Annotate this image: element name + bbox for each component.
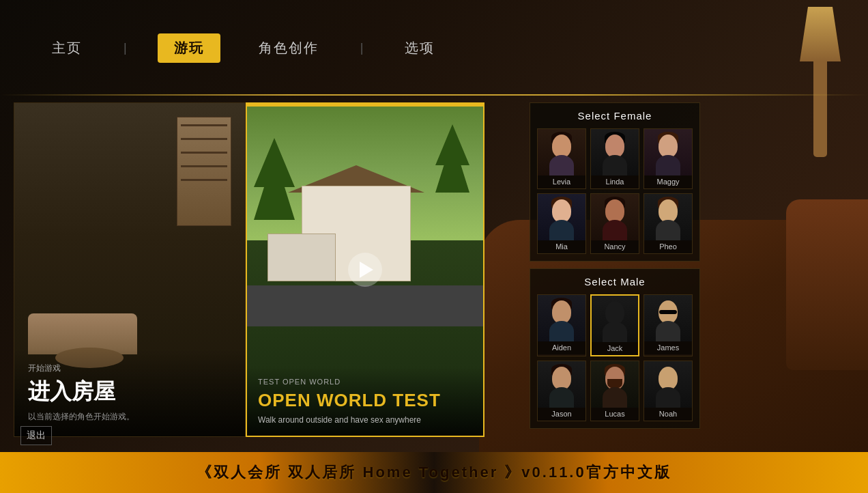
char-portrait-lucas: [591, 361, 639, 408]
body-maggy: [656, 155, 680, 175]
right-panel: Select Female Levia: [530, 102, 700, 445]
head-maggy: [659, 135, 678, 158]
ow-title: OPEN WORLD TEST: [258, 390, 472, 411]
logout-area: 退出: [20, 426, 52, 445]
char-portrait-noah: [644, 361, 692, 408]
char-name-jack: Jack: [592, 342, 638, 355]
nav-options[interactable]: 选项: [394, 33, 446, 63]
ow-road: [247, 285, 483, 326]
head-noah: [659, 367, 678, 390]
face-maggy: [659, 135, 678, 158]
body-pheo: [656, 220, 680, 240]
char-card-maggy[interactable]: Maggy: [643, 128, 693, 189]
male-select-section: Select Male Aiden: [530, 268, 700, 429]
face-james: [659, 300, 678, 324]
char-name-linda: Linda: [591, 175, 639, 188]
char-portrait-james: [644, 295, 692, 341]
body-aiden: [549, 321, 574, 341]
head-jason: [552, 367, 571, 390]
bottom-bar: 《双人会所 双人居所 Home Together 》v0.11.0官方中文版: [0, 452, 868, 493]
char-portrait-nancy: [591, 194, 639, 240]
char-portrait-pheo: [644, 194, 692, 240]
card-house[interactable]: 开始游戏 进入房屋 以当前选择的角色开始游戏。: [14, 102, 246, 437]
house-desc: 以当前选择的角色开始游戏。: [28, 411, 231, 423]
char-card-jason[interactable]: Jason: [537, 361, 586, 421]
char-card-aiden[interactable]: Aiden: [537, 294, 586, 356]
house-subtitle: 开始游戏: [28, 363, 231, 374]
char-portrait-jason: [538, 361, 585, 408]
male-select-title: Select Male: [537, 276, 693, 287]
char-card-lucas[interactable]: Lucas: [590, 361, 639, 421]
face-lucas: [605, 367, 624, 390]
char-name-nancy: Nancy: [591, 240, 639, 253]
ow-tag: TEST OPEN WORLD: [258, 378, 472, 386]
char-name-aiden: Aiden: [538, 341, 585, 354]
face-pheo: [659, 199, 678, 223]
nav-play[interactable]: 游玩: [158, 33, 220, 63]
female-select-title: Select Female: [537, 110, 693, 122]
body-nancy: [603, 220, 627, 240]
head-linda: [605, 135, 624, 158]
nav-divider-1: |: [124, 41, 127, 55]
play-icon: [360, 262, 373, 278]
char-name-pheo: Pheo: [644, 240, 692, 253]
char-name-mia: Mia: [538, 240, 585, 253]
char-card-levia[interactable]: Levia: [537, 128, 586, 189]
play-button[interactable]: [348, 253, 382, 287]
nav-divider-2: |: [360, 41, 364, 55]
char-card-jack[interactable]: Jack: [590, 294, 639, 356]
char-name-jason: Jason: [538, 408, 585, 421]
body-jack: [603, 322, 627, 342]
body-noah: [656, 387, 680, 408]
face-nancy: [605, 199, 624, 223]
body-mia: [549, 220, 574, 240]
nav-character[interactable]: 角色创作: [248, 33, 330, 63]
char-card-james[interactable]: James: [643, 294, 693, 356]
ow-desc: Walk around outside and have sex anywher…: [258, 415, 472, 425]
head-nancy: [605, 199, 624, 223]
char-portrait-linda: [591, 129, 639, 175]
left-panel: 开始游戏 进入房屋 以当前选择的角色开始游戏。 TEST OPEN WORLD …: [14, 102, 519, 445]
char-name-lucas: Lucas: [591, 408, 639, 421]
char-portrait-levia: [538, 129, 585, 175]
mask-jack: [605, 301, 624, 324]
head-mia: [552, 199, 571, 223]
face-noah: [659, 367, 678, 390]
face-aiden: [552, 300, 571, 324]
face-linda: [605, 135, 624, 158]
main-content: 开始游戏 进入房屋 以当前选择的角色开始游戏。 TEST OPEN WORLD …: [0, 96, 868, 452]
char-card-noah[interactable]: Noah: [643, 361, 693, 421]
char-card-nancy[interactable]: Nancy: [590, 193, 639, 254]
body-levia: [549, 155, 574, 175]
char-name-james: James: [644, 341, 692, 354]
footer-title: 《双人会所 双人居所 Home Together 》v0.11.0官方中文版: [197, 462, 671, 483]
char-name-maggy: Maggy: [644, 175, 692, 188]
head-levia: [552, 135, 571, 158]
char-portrait-mia: [538, 194, 585, 240]
char-portrait-aiden: [538, 295, 585, 341]
house-text-overlay: 开始游戏 进入房屋 以当前选择的角色开始游戏。: [14, 349, 245, 436]
ow-text-overlay: TEST OPEN WORLD OPEN WORLD TEST Walk aro…: [247, 367, 483, 436]
char-portrait-maggy: [644, 129, 692, 175]
card-open-world[interactable]: TEST OPEN WORLD OPEN WORLD TEST Walk aro…: [246, 102, 484, 437]
head-pheo: [659, 199, 678, 223]
body-linda: [603, 155, 627, 175]
nav-bar: 主页 | 游玩 角色创作 | 选项: [0, 0, 868, 96]
house-title: 进入房屋: [28, 377, 231, 407]
char-card-mia[interactable]: Mia: [537, 193, 586, 254]
char-card-pheo[interactable]: Pheo: [643, 193, 693, 254]
char-portrait-jack: [592, 296, 638, 342]
char-card-linda[interactable]: Linda: [590, 128, 639, 189]
sunglasses-james: [659, 310, 677, 314]
body-lucas: [603, 387, 627, 408]
bookshelf-decoration: [177, 117, 231, 226]
male-char-grid: Aiden Jack: [537, 294, 693, 421]
face-levia: [552, 135, 571, 158]
nav-home[interactable]: 主页: [41, 33, 93, 63]
char-name-levia: Levia: [538, 175, 585, 188]
logout-button[interactable]: 退出: [20, 426, 52, 445]
char-name-noah: Noah: [644, 408, 692, 421]
face-mia: [552, 199, 571, 223]
ow-house-garage: [267, 234, 336, 281]
face-jason: [552, 367, 571, 390]
